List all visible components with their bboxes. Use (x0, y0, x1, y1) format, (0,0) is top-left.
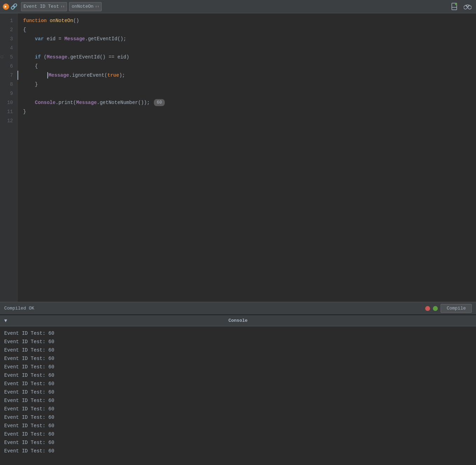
editor-area: 1 2 3 4 5 6 7 8 9 10 11 12 function onNo… (0, 13, 476, 314)
dot-4: . (55, 98, 58, 107)
dot-3: . (69, 71, 72, 80)
method-getNoteNumber: getNoteNumber (100, 98, 138, 107)
var-eid-ref: eid (117, 53, 126, 62)
function-selector-arrows: ⬆⬇ (95, 5, 99, 9)
script-selector-label: Event ID Test (23, 4, 59, 9)
console-line: Event ID Test: 60 (4, 405, 472, 413)
brace-open: { (23, 25, 26, 34)
kw-function: function (23, 16, 47, 25)
line-num-7: 7 (0, 71, 17, 80)
paren-5: ) (126, 53, 129, 62)
code-line-10: Console.print(Message.getNoteNumber()); … (18, 98, 476, 107)
line-num-11: 11 (0, 107, 17, 116)
line-num-6: 6 (0, 62, 17, 71)
toolbar: 🔗 Event ID Test ⬆⬇ onNoteOn ⬆⬇ (0, 0, 476, 13)
paren-9: () (138, 98, 144, 107)
class-message-4: Message (76, 98, 97, 107)
line-num-12: 12 (0, 116, 17, 125)
paren-3: ( (44, 53, 47, 62)
console-line: Event ID Test: 60 (4, 413, 472, 422)
brace-inner-open: { (35, 62, 38, 71)
link-icon[interactable]: 🔗 (11, 3, 18, 10)
code-line-4 (18, 43, 476, 53)
console-line: Event ID Test: 60 (4, 363, 472, 371)
console-line: Event ID Test: 60 (4, 346, 472, 354)
svg-rect-5 (467, 5, 469, 7)
status-controls: Compile (425, 304, 472, 313)
code-container: 1 2 3 4 5 6 7 8 9 10 11 12 function onNo… (0, 13, 476, 302)
paren-7: ) (119, 71, 122, 80)
eq-1: = (59, 34, 61, 43)
paren-10: ) (144, 98, 147, 107)
fn-name: onNoteOn (50, 16, 73, 25)
dot-1: . (85, 34, 88, 43)
code-line-2: { (18, 25, 476, 34)
method-getEventId-2: getEventId (70, 53, 100, 62)
paren-6: ( (104, 71, 107, 80)
method-getEventId-1: getEventId (88, 34, 117, 43)
record-dot-green[interactable] (433, 306, 438, 311)
console-line: Event ID Test: 60 (4, 380, 472, 388)
code-line-11: } (18, 107, 476, 116)
bool-true: true (107, 71, 119, 80)
console-line: Event ID Test: 60 (4, 354, 472, 363)
header-icons (449, 1, 473, 12)
code-line-8: } (18, 80, 476, 89)
console-line: Event ID Test: 60 (4, 422, 472, 430)
function-selector[interactable]: onNoteOn ⬆⬇ (69, 2, 101, 11)
console-title: Console (229, 318, 248, 323)
paren-2: () (117, 34, 123, 43)
function-selector-label: onNoteOn (72, 4, 93, 9)
line-num-1: 1 (0, 16, 17, 25)
code-line-7: Message.ignoreEvent(true); (18, 71, 476, 80)
kw-var: var (35, 34, 44, 43)
method-print: print (59, 98, 73, 107)
console-collapse-button[interactable]: ▼ (4, 318, 7, 324)
paren-8: ( (73, 98, 76, 107)
script-icon[interactable] (3, 4, 9, 10)
console-line: Event ID Test: 60 (4, 371, 472, 380)
paren-4: () (100, 53, 106, 62)
text-cursor (47, 72, 48, 78)
dot-2: . (67, 53, 70, 62)
inline-badge-60: 60 (154, 99, 164, 106)
semi-1: ; (123, 34, 126, 43)
method-ignoreEvent: ignoreEvent (72, 71, 104, 80)
svg-point-2 (455, 3, 457, 5)
toolbar-left-icons: 🔗 (3, 3, 18, 10)
binoculars-button[interactable] (462, 1, 473, 12)
compile-button[interactable]: Compile (441, 304, 472, 313)
line-num-8: 8 (0, 80, 17, 89)
class-message-3: Message (48, 71, 69, 80)
script-selector-arrows: ⬆⬇ (60, 5, 64, 9)
line-numbers: 1 2 3 4 5 6 7 8 9 10 11 12 (0, 13, 18, 302)
console-line: Event ID Test: 60 (4, 388, 472, 396)
class-message-2: Message (47, 53, 67, 62)
brace-inner-close: } (35, 80, 38, 89)
kw-if: if (35, 53, 41, 62)
line-num-5: 5 (0, 53, 17, 62)
line-num-10: 10 (0, 98, 17, 107)
var-eid: eid (47, 34, 55, 43)
code-line-12 (18, 116, 476, 125)
console-line: Event ID Test: 60 (4, 447, 472, 455)
script-selector[interactable]: Event ID Test ⬆⬇ (21, 2, 67, 11)
code-line-6: { (18, 62, 476, 71)
eq-2: == (109, 53, 115, 62)
code-line-3: var eid = Message.getEventId(); (18, 34, 476, 43)
record-dot-red[interactable] (425, 306, 430, 311)
class-message-1: Message (64, 34, 85, 43)
code-line-1: function onNoteOn() (18, 16, 476, 25)
semi-2: ; (122, 71, 125, 80)
console-line: Event ID Test: 60 (4, 438, 472, 447)
console-line: Event ID Test: 60 (4, 338, 472, 346)
console-line: Event ID Test: 60 (4, 430, 472, 438)
brace-outer-close: } (23, 107, 26, 116)
dot-5: . (97, 98, 100, 107)
paren-1: () (73, 16, 79, 25)
semi-3: ; (147, 98, 150, 107)
bookmark-button[interactable] (449, 1, 460, 12)
code-line-9 (18, 89, 476, 98)
class-console: Console (35, 98, 56, 107)
code-editor[interactable]: function onNoteOn() { var eid = Message.… (18, 13, 476, 302)
